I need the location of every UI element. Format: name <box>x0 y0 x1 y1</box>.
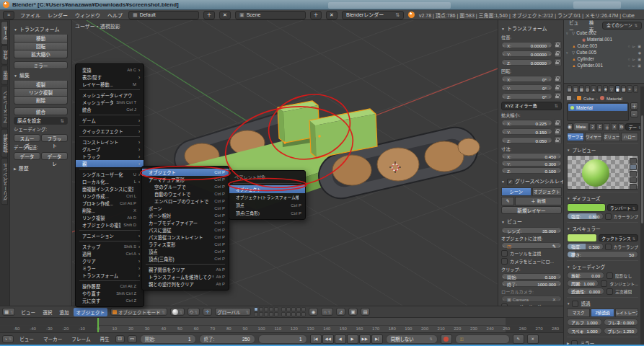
rotation-mode-dropdown[interactable]: XYZ オイラー角⇅ <box>501 102 562 110</box>
timeline-menu[interactable]: ビュー <box>17 334 37 343</box>
properties-tab[interactable]: ◉ <box>615 85 620 93</box>
keying-set-field[interactable]: ⚿ <box>455 334 510 344</box>
shading-checkbox[interactable] <box>606 288 613 295</box>
layer-cell[interactable] <box>291 312 296 316</box>
popup-item[interactable]: オブジェクト <box>229 185 305 193</box>
specular-ramp-checkbox[interactable] <box>605 244 612 250</box>
edit-tool-button[interactable]: 削除 <box>14 97 68 105</box>
lock-icon[interactable] <box>554 58 562 66</box>
popup-item[interactable]: 頂点(三角形) Ctrl P <box>229 209 305 217</box>
transparency-mode-button[interactable]: Z値透過 <box>591 309 614 317</box>
editor-type-button[interactable]: ≡ <box>3 11 14 19</box>
lock-icon[interactable] <box>554 41 562 49</box>
properties-scrollbar[interactable] <box>640 86 644 345</box>
timeline-menu[interactable]: マーカー <box>40 334 65 343</box>
restriction-icons[interactable]: ○ ▻ ▣ <box>628 57 642 61</box>
fake-user-button[interactable]: F <box>596 123 603 130</box>
diffuse-intensity-slider[interactable]: 強度:0.800 <box>567 213 604 220</box>
viewport-shading-dropdown[interactable]: ⇅ <box>170 308 185 316</box>
specular-intensity-slider[interactable]: 強度:0.500 <box>567 243 604 250</box>
layer-cell[interactable] <box>301 312 306 316</box>
context-menu-item[interactable]: 表示/隠す <box>76 74 144 81</box>
preview-monkey-button[interactable] <box>630 177 637 183</box>
layer-cell[interactable] <box>281 307 286 311</box>
context-menu-item[interactable]: スナップ Shift S <box>76 243 144 250</box>
submenu-item[interactable]: 空のグループで Ctrl P <box>142 183 229 190</box>
scale-field[interactable]: X:0.225 <box>501 120 552 126</box>
users-count-button[interactable]: 2 <box>589 123 596 130</box>
material-type-button[interactable]: サーフェ <box>567 133 584 141</box>
properties-tab[interactable]: ▩ <box>621 85 626 93</box>
breadcrumb-material[interactable]: Material <box>606 96 622 101</box>
lock-icon[interactable] <box>554 92 562 100</box>
shading-panel-header[interactable]: シェーディング <box>567 263 638 270</box>
clip-start-field[interactable]: 開始:0.100 <box>501 273 562 280</box>
orientation-dropdown[interactable]: グローバル⇅ <box>215 308 251 316</box>
layer-cell[interactable] <box>274 312 278 316</box>
material-name-field[interactable]: Mate <box>573 123 589 131</box>
submenu-item[interactable]: カーブモディファイアー Ctrl P <box>142 219 229 226</box>
add-slot-button[interactable]: ＋ <box>630 102 638 110</box>
transparency-mode-button[interactable]: レイトレース <box>615 309 638 317</box>
header-menu[interactable]: ビュー <box>18 308 38 316</box>
topbar-menu[interactable]: ヘルプ <box>106 12 124 19</box>
hardness-slider[interactable]: 硬さ:50 <box>567 251 638 258</box>
lock-to-scene-toggle[interactable]: ◉ <box>309 308 318 316</box>
properties-tab[interactable]: ▥ <box>573 85 578 93</box>
shading-value-field[interactable]: 放射:0.00 <box>567 272 604 279</box>
screen-layout-selector[interactable]: ▦ Default <box>128 11 199 19</box>
preview-range-toggle[interactable]: ⊡ <box>115 335 125 343</box>
transparency-field[interactable]: アルファ:1.000 <box>567 319 602 326</box>
mirror-panel-header[interactable]: ミラー <box>567 340 638 345</box>
layer-cell[interactable] <box>286 312 291 316</box>
properties-tab[interactable]: ○ <box>633 85 638 93</box>
close-layout-button[interactable]: ✕ <box>219 11 231 19</box>
scale-field[interactable]: Y:0.150 <box>501 128 552 135</box>
layer-cell[interactable] <box>259 312 263 316</box>
grease-pencil-header[interactable]: グリースペンシルレイ... <box>501 177 562 185</box>
context-menu-item[interactable]: 操作履歴 Ctrl Alt Z <box>76 283 144 290</box>
frame-lock-toggle[interactable]: ▭ <box>128 335 137 343</box>
scrollbar-thumb[interactable] <box>641 115 643 223</box>
properties-tab[interactable]: ▦ <box>579 85 584 93</box>
layer-cell[interactable] <box>259 307 263 311</box>
frame-end-field[interactable]: 終了:250 <box>199 334 255 344</box>
context-menu-item[interactable]: 親 <box>76 160 144 167</box>
preview-panel-header[interactable]: プレビュー <box>567 146 638 154</box>
lock-cursor-checkbox[interactable] <box>501 250 508 257</box>
timeline-menu[interactable]: 再生 <box>97 334 112 343</box>
context-menu-item[interactable]: プロキシ作成... Ctrl Alt P <box>76 200 144 207</box>
properties-tab[interactable]: ▽ <box>609 85 614 93</box>
npanel-transform-header[interactable]: トランスフォーム <box>501 25 562 32</box>
shading-checkbox[interactable] <box>606 272 613 279</box>
context-menu-item[interactable]: オブジェクトの複製 Shift D <box>76 221 144 229</box>
mode-dropdown[interactable]: オブジェクトモード ⇅ <box>110 308 167 316</box>
insert-keyframe-button[interactable]: ✎ <box>513 334 524 344</box>
dimension-field[interactable]: X:0.450 <box>501 153 562 159</box>
material-slot-row[interactable]: Material <box>568 104 627 111</box>
playhead[interactable] <box>97 318 99 332</box>
pivot-dropdown[interactable]: ◇⇅ <box>188 308 200 316</box>
submenu-item[interactable]: 親子関係をクリア Alt P <box>142 266 229 273</box>
transform-tool-button[interactable]: 移動 <box>14 35 68 43</box>
current-frame-field[interactable]: 1 <box>258 334 307 344</box>
playback-button[interactable]: ◀ <box>335 334 346 344</box>
dimension-field[interactable]: Z:0.100 <box>501 167 562 174</box>
restriction-icons[interactable]: ◉ <box>638 50 642 55</box>
preview-hair-button[interactable] <box>630 184 637 190</box>
restriction-icons[interactable]: ○ ▻ ▣ <box>628 63 642 68</box>
outliner-item[interactable]: ▿ ▽ Cube.002 <box>566 30 642 36</box>
context-menu-item[interactable]: 適用 Ctrl A <box>76 250 144 257</box>
lock-icon[interactable] <box>554 75 562 83</box>
transform-tool-button[interactable]: 回転 <box>14 43 68 50</box>
context-menu-item[interactable]: ローカル化... L <box>76 178 144 185</box>
frame-start-field[interactable]: 開始:1 <box>140 334 196 344</box>
header-menu[interactable]: 追加 <box>56 308 71 316</box>
context-menu-item[interactable]: クイックエフェクト <box>76 128 144 135</box>
context-menu-item[interactable]: クリア <box>76 257 144 265</box>
lock-icon[interactable] <box>554 84 562 92</box>
lock-camera-checkbox[interactable] <box>501 258 508 265</box>
location-field[interactable]: Z:0.00000 <box>501 59 552 66</box>
layer-cell[interactable] <box>264 312 268 316</box>
gp-new-button[interactable]: ＋新規 <box>515 197 562 205</box>
